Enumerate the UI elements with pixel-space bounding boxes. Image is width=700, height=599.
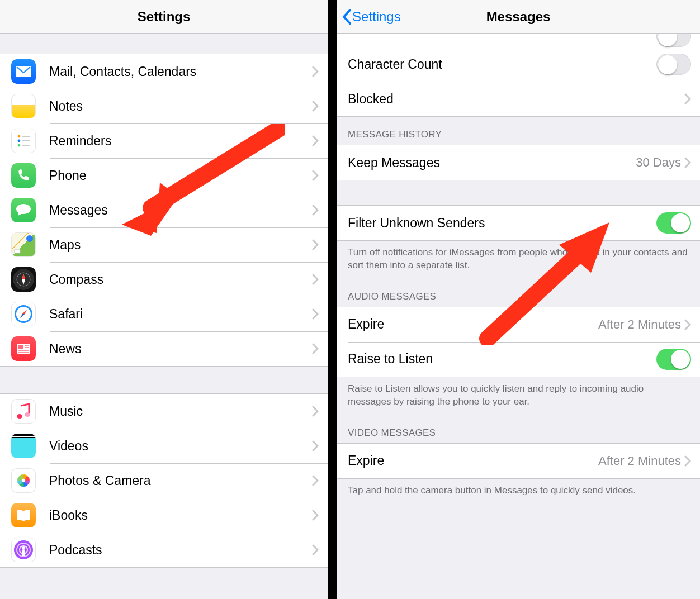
filter-unknown-toggle[interactable]: [656, 212, 691, 234]
messages-title: Messages: [486, 9, 551, 25]
phone-icon: [11, 163, 36, 188]
chevron-right-icon: [312, 205, 319, 216]
reminders-icon: [11, 129, 36, 153]
row-label: Phone: [49, 168, 312, 183]
chevron-right-icon: [312, 510, 319, 521]
settings-title: Settings: [138, 9, 191, 25]
settings-navbar: Settings: [0, 0, 328, 34]
row-label: Reminders: [49, 134, 312, 149]
chevron-right-icon: [684, 93, 691, 104]
row-label: Character Count: [348, 57, 656, 72]
chevron-right-icon: [312, 308, 319, 320]
ibooks-icon: [11, 503, 36, 527]
back-label: Settings: [352, 9, 401, 25]
row-label: Notes: [49, 99, 312, 114]
news-icon: [11, 336, 36, 361]
row-label: Videos: [49, 439, 312, 454]
row-detail: After 2 Minutes: [598, 454, 681, 468]
settings-row-music[interactable]: Music: [0, 394, 328, 429]
row-detail: After 2 Minutes: [598, 317, 681, 332]
filter-footer: Turn off notifications for iMessages fro…: [337, 241, 700, 279]
row-label: Filter Unknown Senders: [348, 216, 656, 231]
row-label: Mail, Contacts, Calendars: [49, 64, 312, 79]
svg-rect-13: [18, 345, 23, 349]
chevron-right-icon: [684, 455, 691, 467]
row-label: Blocked: [348, 92, 684, 107]
row-label: Messages: [49, 203, 312, 218]
row-partial-toggle[interactable]: [337, 34, 700, 47]
chevron-right-icon: [312, 406, 319, 417]
row-label: Music: [49, 404, 312, 419]
svg-point-18: [17, 414, 22, 419]
row-raise-listen[interactable]: Raise to Listen: [337, 342, 700, 377]
podcasts-icon: [11, 538, 36, 562]
chevron-right-icon: [312, 274, 319, 285]
svg-point-1: [18, 135, 21, 138]
settings-row-podcasts[interactable]: Podcasts: [0, 533, 328, 567]
section-header-audio: AUDIO MESSAGES: [337, 279, 700, 307]
svg-rect-8: [15, 249, 20, 253]
row-label: Podcasts: [49, 543, 312, 558]
svg-point-19: [25, 412, 30, 417]
row-label: Photos & Camera: [49, 473, 312, 488]
settings-row-videos[interactable]: Videos: [0, 429, 328, 463]
photos-icon: [11, 468, 36, 493]
back-button[interactable]: Settings: [342, 9, 401, 25]
row-detail: 30 Days: [636, 155, 681, 170]
row-video-expire[interactable]: Expire After 2 Minutes: [337, 444, 700, 478]
videos-icon: [11, 434, 36, 458]
row-label: Expire: [348, 453, 598, 468]
settings-row-mail[interactable]: Mail, Contacts, Calendars: [0, 54, 328, 89]
safari-icon: [11, 302, 36, 326]
toggle-switch[interactable]: [656, 34, 691, 47]
audio-footer: Raise to Listen allows you to quickly li…: [337, 377, 700, 415]
row-label: Expire: [348, 317, 598, 332]
settings-row-notes[interactable]: Notes: [0, 89, 328, 123]
section-header-history: MESSAGE HISTORY: [337, 117, 700, 145]
chevron-right-icon: [312, 475, 319, 486]
messages-icon: [11, 198, 36, 222]
row-label: iBooks: [49, 508, 312, 523]
chevron-right-icon: [312, 101, 319, 112]
chevron-right-icon: [312, 440, 319, 451]
chevron-left-icon: [342, 9, 351, 25]
settings-pane: Settings Mail, Contacts, Calendars Notes: [0, 0, 328, 599]
row-label: Safari: [49, 307, 312, 322]
notes-icon: [11, 94, 36, 118]
chevron-right-icon: [312, 66, 319, 77]
chevron-right-icon: [684, 157, 691, 168]
chevron-right-icon: [312, 135, 319, 146]
settings-row-news[interactable]: News: [0, 331, 328, 366]
settings-row-reminders[interactable]: Reminders: [0, 123, 328, 158]
settings-row-safari[interactable]: Safari: [0, 297, 328, 331]
row-label: Keep Messages: [348, 155, 636, 170]
messages-navbar: Settings Messages: [337, 0, 700, 34]
chevron-right-icon: [312, 170, 319, 181]
settings-group-apps: Mail, Contacts, Calendars Notes: [0, 54, 328, 367]
raise-listen-toggle[interactable]: [656, 349, 691, 370]
svg-point-3: [18, 140, 21, 142]
settings-row-maps[interactable]: Maps: [0, 227, 328, 262]
row-keep-messages[interactable]: Keep Messages 30 Days: [337, 145, 700, 180]
chevron-right-icon: [312, 343, 319, 354]
settings-row-messages[interactable]: Messages: [0, 193, 328, 227]
row-character-count[interactable]: Character Count: [337, 47, 700, 82]
video-footer: Tap and hold the camera button in Messag…: [337, 479, 700, 504]
row-label: Maps: [49, 237, 312, 253]
row-blocked[interactable]: Blocked: [337, 82, 700, 116]
messages-pane: Settings Messages Character Count: [337, 0, 700, 599]
settings-row-phone[interactable]: Phone: [0, 158, 328, 193]
chevron-right-icon: [684, 319, 691, 330]
maps-icon: [11, 232, 36, 257]
chevron-right-icon: [312, 544, 319, 555]
settings-row-ibooks[interactable]: iBooks: [0, 498, 328, 533]
row-label: Compass: [49, 272, 312, 287]
character-count-toggle[interactable]: [656, 54, 691, 75]
row-audio-expire[interactable]: Expire After 2 Minutes: [337, 307, 700, 342]
section-header-video: VIDEO MESSAGES: [337, 415, 700, 443]
settings-row-photos[interactable]: Photos & Camera: [0, 463, 328, 498]
row-label: News: [49, 341, 312, 356]
mail-icon: [11, 59, 36, 84]
row-filter-unknown[interactable]: Filter Unknown Senders: [337, 206, 700, 240]
settings-row-compass[interactable]: Compass: [0, 262, 328, 297]
